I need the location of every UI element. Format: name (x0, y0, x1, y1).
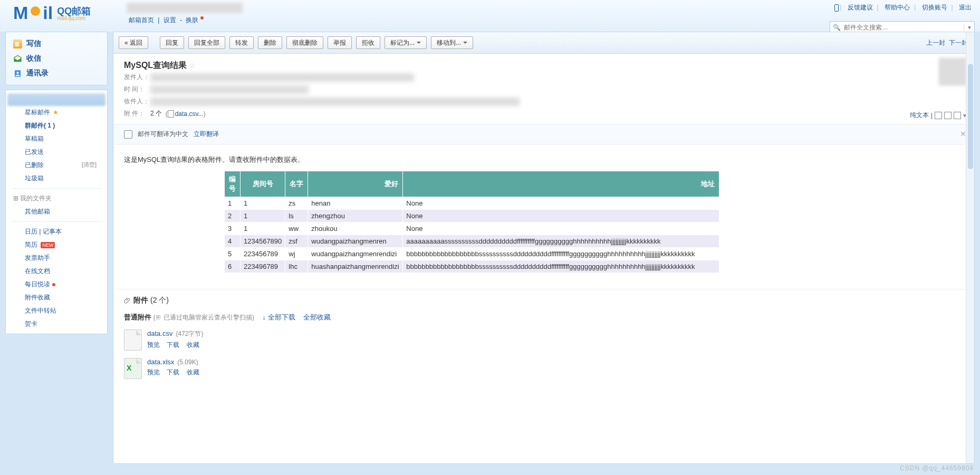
folder-resume[interactable]: 简历 NEW (6, 238, 107, 251)
translate-bar: 邮件可翻译为中文 立即翻译 ✕ (113, 124, 974, 144)
folder-attach-collect[interactable]: 附件收藏 (6, 291, 107, 304)
body-text: 这是MySQL查询结果的表格附件。请查收附件中的数据表。 (124, 155, 964, 164)
toolbar: « 返回 回复 回复全部 转发 删除 彻底删除 举报 拒收 标记为... 移动到… (113, 32, 974, 54)
folder-sent[interactable]: 已发送 (6, 146, 107, 159)
table-row: 41234567890zsfwudangpaizhangmenrenaaaaaa… (225, 235, 719, 248)
file-name[interactable]: data.csv (147, 329, 172, 337)
folder-card[interactable]: 贺卡 (6, 317, 107, 331)
clear-deleted[interactable]: [清空] (82, 161, 97, 169)
table-row: 11zshenanNone (225, 197, 719, 210)
file-size: (5.09K) (177, 358, 198, 366)
encoding-icon[interactable] (944, 112, 952, 119)
search-input[interactable] (841, 24, 964, 31)
folder-calendar-notes[interactable]: 日历 | 记事本 (6, 225, 107, 238)
side-actions-card: 写信 收信 通讯录 (5, 32, 108, 85)
svg-point-1 (16, 71, 18, 73)
file-preview[interactable]: 预览 (147, 341, 160, 348)
inbox-icon (13, 54, 22, 63)
caret-down-icon (417, 42, 421, 46)
attach-label: 附 件： (124, 109, 150, 118)
folder-selected-blur[interactable] (7, 93, 105, 106)
table-cell: 223456789 (241, 248, 285, 260)
table-cell: wj (285, 248, 308, 260)
subject-star-icon[interactable]: ☆ (189, 61, 196, 70)
file-preview[interactable]: 预览 (147, 369, 160, 376)
contacts-button[interactable]: 通讯录 (6, 66, 107, 81)
table-cell: 1 (241, 222, 285, 235)
translate-link[interactable]: 立即翻译 (194, 130, 219, 139)
delete-button[interactable]: 删除 (258, 36, 282, 49)
plaintext-link[interactable]: 纯文本 (910, 111, 929, 120)
folder-other[interactable]: 其他邮箱 (6, 205, 107, 218)
table-cell: wudangpaizhangmenrendizi (308, 248, 403, 260)
table-row: 21lszhengzhouNone (225, 210, 719, 222)
table-row: 6223496789lhchuashanpaizhangmenrendizibb… (225, 260, 719, 273)
print-icon[interactable] (954, 112, 961, 119)
compose-button[interactable]: 写信 (6, 36, 107, 51)
table-cell: None (403, 197, 719, 210)
folder-my-folders[interactable]: ⊞ 我的文件夹 (6, 192, 107, 205)
table-cell: ww (285, 222, 308, 235)
table-cell: 223496789 (241, 260, 285, 273)
file-download[interactable]: 下载 (167, 369, 179, 376)
attachments-section: 附件(2 个) 普通附件 (⛨ 已通过电脑管家云查杀引擎扫描) ↓ 全部下载 全… (117, 289, 971, 385)
logo[interactable]: M il QQ邮箱 mail.qq.com (13, 3, 91, 23)
attachment-item: data.csv(472字节) 预览 下载 收藏 (124, 329, 964, 351)
back-button[interactable]: « 返回 (119, 36, 148, 49)
folder-onlinedoc[interactable]: 在线文档 (6, 265, 107, 278)
search-dropdown-icon[interactable]: ▾ (964, 24, 974, 31)
file-collect[interactable]: 收藏 (187, 341, 199, 348)
forward-button[interactable]: 转发 (229, 36, 254, 49)
link-feedback[interactable]: 反馈建议 (848, 4, 873, 11)
file-download[interactable]: 下载 (167, 341, 179, 348)
folder-starred[interactable]: 星标邮件 ★ (6, 106, 107, 119)
reply-all-button[interactable]: 回复全部 (188, 36, 225, 49)
file-collect[interactable]: 收藏 (187, 369, 199, 376)
newwin-icon[interactable] (935, 112, 942, 119)
file-icon (168, 110, 174, 118)
table-cell: ls (285, 210, 308, 222)
time-value-blur (150, 85, 309, 94)
reply-button[interactable]: 回复 (160, 36, 184, 49)
folder-deleted[interactable]: 已删除[清空] (6, 159, 107, 172)
link-switch[interactable]: 切换账号 (922, 4, 947, 11)
account-name-blur (127, 3, 243, 13)
link-logout[interactable]: 退出 (959, 4, 972, 11)
link-help[interactable]: 帮助中心 (885, 4, 910, 11)
folder-transfer[interactable]: 文件中转站 (6, 304, 107, 317)
folder-spam[interactable]: 垃圾箱 (6, 172, 107, 185)
mail-header: MySQL查询结果☆ 发件人： 时 间： 收件人： 附 件： 2 个 (data… (113, 54, 974, 124)
attach-link[interactable]: data.csv... (175, 110, 204, 118)
table-cell: 2 (225, 210, 241, 222)
phone-icon[interactable] (834, 4, 839, 12)
table-cell: 5 (225, 248, 241, 260)
from-label: 发件人： (124, 73, 150, 82)
folder-group[interactable]: 群邮件( 1 ) (6, 119, 107, 132)
folder-invoice[interactable]: 发票助手 (6, 251, 107, 265)
scrollbar[interactable] (966, 32, 974, 463)
download-all[interactable]: ↓ 全部下载 (263, 313, 295, 321)
mark-button[interactable]: 标记为... (385, 36, 427, 49)
nav-settings[interactable]: 设置 (164, 16, 176, 24)
scroll-thumb[interactable] (968, 64, 973, 169)
table-row: 31wwzhoukouNone (225, 222, 719, 235)
nav-skin[interactable]: 换肤 (186, 16, 198, 24)
move-button[interactable]: 移动到... (431, 36, 473, 49)
table-header: 地址 (403, 171, 719, 197)
next-mail[interactable]: 下一封 (949, 39, 968, 46)
prev-mail[interactable]: 上一封 (926, 39, 945, 46)
folder-draft[interactable]: 草稿箱 (6, 132, 107, 146)
compose-label: 写信 (26, 39, 41, 49)
reject-button[interactable]: 拒收 (356, 36, 380, 49)
purge-button[interactable]: 彻底删除 (286, 36, 323, 49)
table-cell: 1 (241, 210, 285, 222)
table-cell: bbbbbbbbbbbbbbbbbbbssssssssssddddddddddf… (403, 248, 719, 260)
logo-il: il (43, 3, 53, 23)
collect-all[interactable]: 全部收藏 (303, 313, 331, 321)
report-button[interactable]: 举报 (328, 36, 352, 49)
folder-daily[interactable]: 每日悦读 (6, 278, 107, 291)
nav-home[interactable]: 邮箱首页 (129, 16, 154, 24)
inbox-button[interactable]: 收信 (6, 51, 107, 66)
file-name[interactable]: data.xlsx (147, 358, 174, 366)
file-size: (472字节) (176, 330, 203, 337)
